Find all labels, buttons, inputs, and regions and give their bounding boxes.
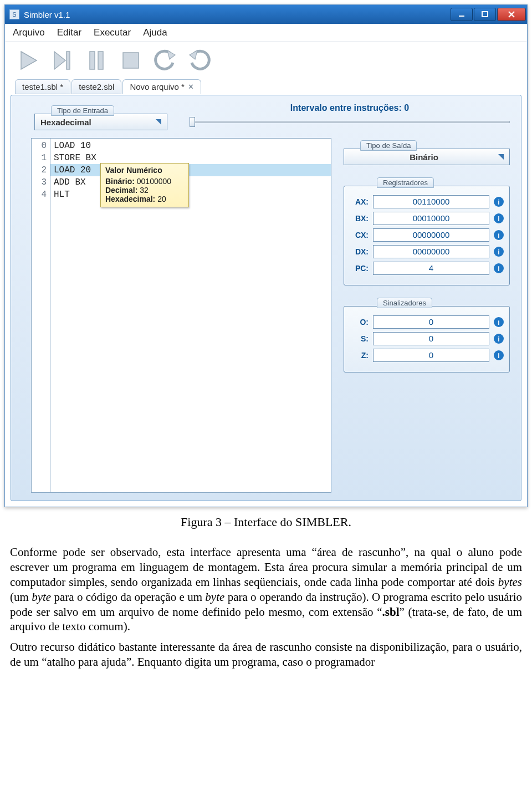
paragraph-2: Outro recurso didático bastante interess… (10, 640, 522, 670)
tab-row: teste1.sbl * teste2.sbl Novo arquivo * ✕ (5, 79, 527, 94)
interval-slider[interactable] (190, 118, 510, 126)
input-type-label: Tipo de Entrada (51, 105, 114, 116)
flag-value: 0 (373, 315, 489, 329)
register-name: DX: (350, 247, 369, 256)
info-icon[interactable]: i (494, 263, 504, 273)
body-text: Conforme pode ser observado, esta interf… (10, 545, 522, 670)
play-icon[interactable] (14, 47, 42, 74)
info-icon[interactable]: i (494, 334, 504, 344)
dropdown-icon (498, 154, 504, 160)
tooltip-row: Decimal: 32 (105, 186, 184, 195)
register-value: 00010000 (373, 212, 489, 225)
minimize-button[interactable] (451, 8, 473, 21)
svg-rect-4 (66, 52, 70, 69)
tooltip-row: Binário: 00100000 (105, 177, 184, 186)
interval-label: Intervalo entre instruções: 0 (190, 103, 510, 113)
dropdown-icon (156, 119, 161, 125)
flag-value: 0 (373, 332, 489, 345)
line-number: 3 (32, 176, 50, 188)
line-number: 2 (32, 164, 50, 176)
input-type-combo[interactable]: Hexadecimal (34, 114, 167, 130)
output-type-selector: Tipo de Saída Binário (344, 138, 510, 165)
info-icon[interactable]: i (494, 247, 504, 257)
register-name: AX: (350, 197, 369, 206)
flag-name: O: (350, 318, 369, 326)
menu-editar[interactable]: Editar (57, 27, 81, 38)
svg-rect-5 (90, 52, 95, 69)
client-area: Tipo de Entrada Hexadecimal Intervalo en… (11, 95, 521, 501)
menu-bar: Arquivo Editar Executar Ajuda (5, 24, 527, 42)
pause-icon[interactable] (83, 47, 110, 74)
code-line[interactable]: HLT (50, 188, 331, 201)
register-row: BX: 00010000 i (350, 212, 504, 225)
code-line[interactable]: ADD BX (50, 176, 331, 188)
line-number: 0 (32, 140, 50, 152)
line-number: 1 (32, 152, 50, 164)
output-type-value: Binário (350, 152, 498, 162)
flags-panel: O: 0 i S: 0 i Z: 0 (344, 306, 510, 372)
undo-icon[interactable] (151, 47, 179, 74)
register-name: PC: (350, 264, 369, 273)
register-value: 00000000 (373, 245, 489, 258)
svg-rect-6 (98, 52, 103, 69)
info-icon[interactable]: i (494, 213, 504, 223)
svg-rect-1 (482, 12, 488, 17)
flag-row: S: 0 i (350, 332, 504, 345)
window-title: Simbler v1.1 (24, 10, 70, 19)
title-bar[interactable]: S Simbler v1.1 (5, 5, 527, 24)
flag-row: O: 0 i (350, 315, 504, 329)
tab-teste1[interactable]: teste1.sbl * (15, 79, 70, 94)
redo-icon[interactable] (186, 47, 213, 74)
register-row: CX: 00000000 i (350, 228, 504, 242)
code-line[interactable]: STORE BX (50, 152, 331, 164)
value-tooltip: Valor Numérico Binário: 00100000 Decimal… (100, 163, 189, 207)
input-type-selector: Tipo de Entrada Hexadecimal (34, 103, 167, 130)
tooltip-row: Hexadecimal: 20 (105, 195, 184, 203)
svg-rect-7 (123, 53, 139, 68)
tab-novo-arquivo[interactable]: Novo arquivo * ✕ (122, 79, 201, 94)
tab-teste2[interactable]: teste2.sbl (71, 79, 121, 94)
info-icon[interactable]: i (494, 350, 504, 360)
register-value: 00110000 (373, 195, 489, 208)
registers-panel: AX: 00110000 i BX: 00010000 i CX: (344, 186, 510, 285)
svg-marker-8 (167, 50, 175, 59)
code-area[interactable]: LOAD 10 STORE BX LOAD 20 ADD BX HLT Valo… (50, 139, 331, 492)
flag-value: 0 (373, 349, 489, 362)
output-type-combo[interactable]: Binário (344, 149, 510, 165)
code-line-selected[interactable]: LOAD 20 (50, 164, 331, 176)
close-button[interactable] (497, 8, 526, 21)
menu-ajuda[interactable]: Ajuda (143, 27, 167, 38)
register-row: DX: 00000000 i (350, 245, 504, 258)
line-gutter: 0 1 2 3 4 (32, 139, 50, 492)
paragraph-1: Conforme pode ser observado, esta interf… (10, 545, 522, 634)
info-icon[interactable]: i (494, 197, 504, 207)
slider-thumb[interactable] (190, 117, 195, 127)
code-editor[interactable]: 0 1 2 3 4 LOAD 10 STORE BX LOAD 20 ADD B… (31, 138, 331, 493)
register-value: 00000000 (373, 228, 489, 242)
line-number: 4 (32, 188, 50, 201)
tooltip-title: Valor Numérico (105, 166, 184, 175)
info-icon[interactable]: i (494, 317, 504, 327)
application-window: S Simbler v1.1 Arquivo Editar Executar A… (4, 4, 528, 507)
step-icon[interactable] (48, 47, 76, 74)
flags-panel-label: Sinalizadores (377, 298, 432, 308)
svg-marker-2 (21, 52, 37, 69)
registers-panel-label: Registradores (377, 177, 434, 188)
svg-rect-0 (459, 16, 464, 17)
menu-executar[interactable]: Executar (94, 27, 131, 38)
info-icon[interactable]: i (494, 230, 504, 240)
menu-arquivo[interactable]: Arquivo (13, 27, 45, 38)
code-line[interactable]: LOAD 10 (50, 140, 331, 152)
register-name: CX: (350, 231, 369, 239)
flag-name: Z: (350, 351, 369, 360)
tab-close-icon[interactable]: ✕ (188, 83, 194, 91)
register-name: BX: (350, 214, 369, 223)
slider-track (190, 121, 510, 123)
stop-icon[interactable] (117, 47, 145, 74)
register-row: PC: 4 i (350, 262, 504, 275)
tab-label: teste1.sbl * (22, 82, 63, 91)
maximize-button[interactable] (474, 8, 496, 21)
app-icon: S (9, 9, 19, 19)
flag-row: Z: 0 i (350, 349, 504, 362)
figure-caption: Figura 3 – Interface do SIMBLER. (0, 515, 532, 529)
